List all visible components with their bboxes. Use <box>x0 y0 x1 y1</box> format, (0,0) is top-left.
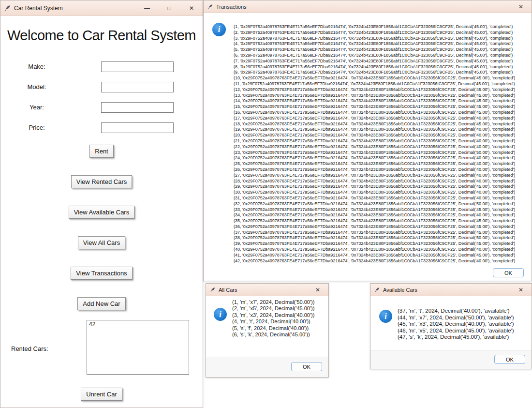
transaction-line: (31, '0x29F0752a40978763FE4E717a56eEF7Db… <box>234 196 530 201</box>
price-input[interactable] <box>101 122 174 133</box>
transactions-titlebar[interactable]: Transactions ✕ <box>204 0 532 13</box>
transaction-line: (39, '0x29F0752a40978763FE4E717a56eEF7Db… <box>234 241 530 247</box>
transaction-line: (29, '0x29F0752a40978763FE4E717a56eEF7Db… <box>234 184 530 190</box>
transaction-line: (13, '0x29F0752a40978763FE4E717a56eEF7Db… <box>234 93 530 99</box>
info-icon: i <box>379 310 392 323</box>
info-glyph: i <box>219 310 221 319</box>
transaction-line: (40, '0x29F0752a40978763FE4E717a56eEF7Db… <box>234 247 530 253</box>
price-label: Price: <box>19 124 55 131</box>
list-item[interactable]: 42 <box>89 321 187 328</box>
available-cars-ok-button[interactable]: OK <box>494 355 525 364</box>
make-row: Make: <box>0 58 203 78</box>
app-icon <box>4 5 11 12</box>
car-line: (3, 'm', 'x3', 2024, Decimal('40.00')) <box>232 312 327 318</box>
unrent-wrap: Unrent Car <box>0 388 203 401</box>
transaction-line: (25, '0x29F0752a40978763FE4E717a56eEF7Db… <box>234 161 530 167</box>
transaction-line: (22, '0x29F0752a40978763FE4E717a56eEF7Db… <box>234 144 530 150</box>
transaction-line: (5, '0x29F0752a40978763FE4E717a56eEF7Dba… <box>234 47 530 53</box>
close-icon: ✕ <box>315 287 320 293</box>
car-line: (2, 'm', 'x5', 2024, Decimal('45.00')) <box>232 305 327 312</box>
transaction-line: (30, '0x29F0752a40978763FE4E717a56eEF7Db… <box>234 190 530 196</box>
transaction-line: (23, '0x29F0752a40978763FE4E717a56eEF7Db… <box>234 150 530 156</box>
year-row: Year: <box>0 98 203 119</box>
transaction-line: (2, '0x29F0752a40978763FE4E717a56eEF7Dba… <box>234 30 530 36</box>
transaction-line: (17, '0x29F0752a40978763FE4E717a56eEF7Db… <box>234 116 530 121</box>
transactions-ok-button[interactable]: OK <box>493 268 524 277</box>
transaction-line: (11, '0x29F0752a40978763FE4E717a56eEF7Db… <box>234 81 530 87</box>
car-line: (6, 's', 'k', 2024, Decimal('45.00')) <box>232 332 327 338</box>
minimize-icon: — <box>144 5 150 12</box>
transaction-line: (9, '0x29F0752a40978763FE4E717a56eEF7Dba… <box>234 70 530 76</box>
app-icon <box>210 287 216 293</box>
info-glyph: i <box>384 312 386 321</box>
make-input[interactable] <box>101 61 174 72</box>
all-cars-close-button[interactable]: ✕ <box>307 284 328 296</box>
app-icon <box>374 287 380 293</box>
car-line: (44, 'm', 'x7', 2024, Decimal('50.00'), … <box>398 315 531 321</box>
unrent-car-button[interactable]: Unrent Car <box>81 388 122 401</box>
main-window-title: Car Rental System <box>14 5 63 12</box>
transaction-line: (6, '0x29F0752a40978763FE4E717a56eEF7Dba… <box>234 53 530 59</box>
main-window: Car Rental System — □ ✕ Welcome to Car R… <box>0 0 203 408</box>
all-cars-ok-button[interactable]: OK <box>291 362 322 371</box>
transaction-line: (34, '0x29F0752a40978763FE4E717a56eEF7Db… <box>234 212 530 218</box>
transactions-list: (1, '0x29F0752a40978763FE4E717a56eEF7Dba… <box>234 24 530 264</box>
transaction-line: (16, '0x29F0752a40978763FE4E717a56eEF7Db… <box>234 110 530 116</box>
minimize-button[interactable]: — <box>136 0 158 15</box>
view-transactions-button[interactable]: View Transactions <box>71 267 132 280</box>
car-line: (45, 'm', 'x3', 2024, Decimal('40.00'), … <box>398 321 531 328</box>
transaction-line: (7, '0x29F0752a40978763FE4E717a56eEF7Dba… <box>234 59 530 64</box>
transactions-title: Transactions <box>216 4 247 10</box>
transaction-line: (42, '0x29F0752a40978763FE4E717a56eEF7Db… <box>234 258 530 264</box>
transaction-line: (32, '0x29F0752a40978763FE4E717a56eEF7Db… <box>234 201 530 207</box>
info-glyph: i <box>218 25 221 34</box>
add-new-car-button[interactable]: Add New Car <box>77 297 125 310</box>
close-icon: ✕ <box>189 5 194 12</box>
maximize-icon: □ <box>167 5 171 12</box>
year-input[interactable] <box>101 102 174 113</box>
price-row: Price: <box>0 119 203 139</box>
info-icon: i <box>212 23 226 36</box>
close-button[interactable]: ✕ <box>180 0 203 15</box>
app-icon <box>207 4 213 10</box>
view-rented-cars-button[interactable]: View Rented Cars <box>71 175 133 188</box>
transaction-line: (27, '0x29F0752a40978763FE4E717a56eEF7Db… <box>234 173 530 179</box>
button-stack: Rent View Rented Cars View Available Car… <box>0 145 203 310</box>
transaction-line: (18, '0x29F0752a40978763FE4E717a56eEF7Db… <box>234 121 530 127</box>
info-icon: i <box>214 308 227 321</box>
available-cars-list: (37, 'm', 't', 2024, Decimal('40.00'), '… <box>398 308 531 341</box>
transaction-line: (21, '0x29F0752a40978763FE4E717a56eEF7Db… <box>234 138 530 144</box>
transaction-line: (14, '0x29F0752a40978763FE4E717a56eEF7Db… <box>234 98 530 104</box>
transaction-line: (37, '0x29F0752a40978763FE4E717a56eEF7Db… <box>234 230 530 236</box>
close-icon: ✕ <box>518 287 523 293</box>
view-all-cars-button[interactable]: View All Cars <box>78 236 125 249</box>
rented-cars-label: Rented Cars: <box>11 345 48 352</box>
model-input[interactable] <box>101 82 174 92</box>
page-title: Welcome to Car Rental System <box>0 28 203 44</box>
maximize-button[interactable]: □ <box>158 0 180 15</box>
close-icon: ✕ <box>518 3 523 10</box>
transaction-line: (10, '0x29F0752a40978763FE4E717a56eEF7Db… <box>234 76 530 81</box>
view-available-cars-button[interactable]: View Available Cars <box>69 206 134 219</box>
transaction-line: (38, '0x29F0752a40978763FE4E717a56eEF7Db… <box>234 235 530 241</box>
model-label: Model: <box>19 83 55 91</box>
available-cars-close-button[interactable]: ✕ <box>510 284 532 296</box>
transactions-close-button[interactable]: ✕ <box>510 0 532 13</box>
all-cars-titlebar[interactable]: All Cars ✕ <box>206 284 328 296</box>
car-line: (1, 'm', 'x7', 2024, Decimal('50.00')) <box>232 299 327 305</box>
transaction-line: (3, '0x29F0752a40978763FE4E717a56eEF7Dba… <box>234 36 530 42</box>
rent-button[interactable]: Rent <box>89 145 113 158</box>
rented-cars-listbox[interactable]: 42 <box>87 320 189 375</box>
available-cars-dialog: Available Cars ✕ i (37, 'm', 't', 2024, … <box>370 283 532 369</box>
all-cars-title: All Cars <box>219 287 237 293</box>
main-window-titlebar[interactable]: Car Rental System — □ ✕ <box>0 0 203 16</box>
car-line: (37, 'm', 't', 2024, Decimal('40.00'), '… <box>398 308 531 315</box>
transaction-line: (24, '0x29F0752a40978763FE4E717a56eEF7Db… <box>234 155 530 161</box>
transaction-line: (19, '0x29F0752a40978763FE4E717a56eEF7Db… <box>234 127 530 133</box>
available-cars-titlebar[interactable]: Available Cars ✕ <box>370 284 532 296</box>
transactions-dialog: Transactions ✕ i (1, '0x29F0752a40978763… <box>203 0 532 281</box>
transaction-line: (8, '0x29F0752a40978763FE4E717a56eEF7Dba… <box>234 64 530 70</box>
transaction-line: (12, '0x29F0752a40978763FE4E717a56eEF7Db… <box>234 87 530 93</box>
car-line: (5, 's', 'f', 2024, Decimal('40.00')) <box>232 325 327 332</box>
car-line: (46, 'm', 'x5', 2024, Decimal('45.00'), … <box>398 328 531 334</box>
